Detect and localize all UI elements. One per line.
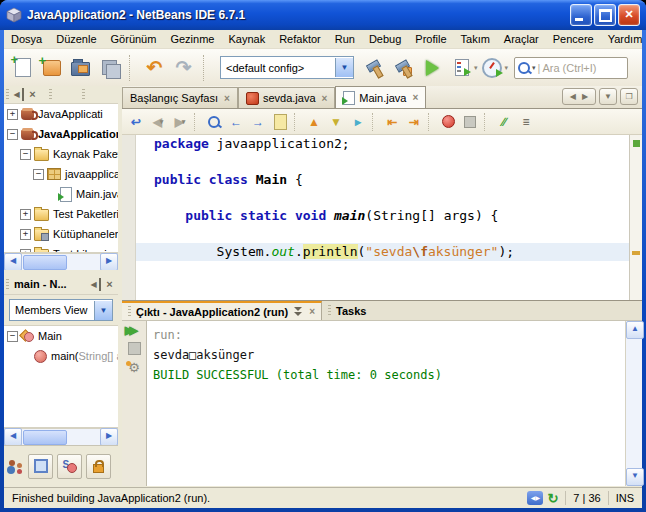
ant-settings-gear-icon[interactable]: ⚙ — [128, 360, 140, 375]
menu-item-düzenle[interactable]: Düzenle — [49, 30, 103, 48]
project-item-test-libraries[interactable]: +Test Libraries — [4, 244, 118, 253]
scroll-track[interactable] — [22, 429, 100, 445]
debug-button[interactable] — [447, 53, 476, 83]
project-item-main-java[interactable]: Main.java — [4, 184, 118, 204]
redo-button[interactable]: ↷ — [169, 53, 198, 83]
scroll-left-icon[interactable]: ◀ — [4, 428, 22, 446]
undo-button[interactable]: ↶ — [140, 53, 169, 83]
back-button[interactable]: ◀▾ — [148, 112, 168, 132]
find-previous-button[interactable]: ← — [226, 112, 246, 132]
show-non-public-button[interactable] — [86, 454, 111, 479]
scroll-down-icon[interactable]: ▼ — [626, 468, 644, 486]
save-all-button[interactable] — [95, 53, 124, 83]
next-bookmark-button[interactable]: ▼ — [326, 112, 346, 132]
close-tab-icon[interactable]: × — [412, 92, 418, 103]
project-item-kütüphaneler[interactable]: +Kütüphaneler — [4, 224, 118, 244]
stop-macro-button[interactable] — [460, 112, 480, 132]
maximize-window-button[interactable]: ❒ — [620, 88, 638, 105]
close-tab-icon[interactable]: × — [224, 93, 230, 104]
inherited-members-icon[interactable] — [8, 460, 24, 473]
project-item-javaapplication2[interactable]: −JavaApplication2 — [4, 124, 118, 144]
close-icon[interactable]: × — [309, 306, 315, 317]
menu-item-gezinme[interactable]: Gezinme — [163, 30, 221, 48]
minimize-panel-icon[interactable] — [88, 278, 101, 291]
plus-expander-icon[interactable]: + — [7, 109, 18, 120]
tab-list-dropdown[interactable]: ▼ — [599, 88, 617, 105]
members-view-combobox[interactable]: Members View ▼ — [9, 299, 113, 321]
scroll-tabs-left-icon[interactable]: ◀ — [570, 92, 576, 101]
menu-item-run[interactable]: Run — [328, 30, 362, 48]
editor-tab-main-java[interactable]: Main.java× — [335, 86, 426, 108]
scroll-left-icon[interactable]: ◀ — [4, 253, 22, 271]
scroll-right-icon[interactable]: ▶ — [100, 428, 118, 446]
scroll-right-icon[interactable]: ▶ — [100, 253, 118, 271]
new-file-button[interactable] — [8, 53, 37, 83]
toggle-highlight-button[interactable] — [270, 112, 290, 132]
navigator-item-main[interactable]: main(String[] args) — [4, 346, 118, 366]
editor-tab-başlangıç-sayfası[interactable]: Başlangıç Sayfası× — [122, 87, 238, 108]
scanning-refresh-icon[interactable]: ↻ — [547, 491, 558, 506]
stop-build-icon[interactable] — [128, 342, 141, 355]
menu-item-refaktor[interactable]: Refaktor — [272, 30, 328, 48]
show-static-members-button[interactable]: S — [57, 454, 82, 479]
tasks-tab[interactable]: Tasks — [322, 301, 372, 320]
config-combobox[interactable]: <default config> ▼ — [220, 56, 354, 79]
open-project-button[interactable] — [66, 53, 95, 83]
shift-right-button[interactable]: ⇥ — [404, 112, 424, 132]
close-tab-icon[interactable]: × — [322, 93, 328, 104]
clean-build-button[interactable] — [389, 53, 418, 83]
shift-left-button[interactable]: ⇤ — [382, 112, 402, 132]
navigator-tree[interactable]: −Mainmain(String[] args) — [4, 325, 118, 428]
show-fields-button[interactable] — [28, 454, 53, 479]
project-item-test-paketleri[interactable]: +Test Paketleri — [4, 204, 118, 224]
plus-expander-icon[interactable]: + — [20, 229, 31, 240]
error-stripe[interactable] — [629, 135, 642, 300]
menu-item-debug[interactable]: Debug — [362, 30, 408, 48]
uncomment-button[interactable]: ≡ — [516, 112, 536, 132]
scroll-track[interactable] — [22, 254, 100, 270]
close-button[interactable] — [618, 4, 640, 26]
menu-item-görünüm[interactable]: Görünüm — [104, 30, 164, 48]
scroll-tabs-buttons[interactable]: ◀▶ — [562, 88, 596, 105]
menu-item-yardım[interactable]: Yardım — [601, 30, 646, 48]
toggle-bookmark-button[interactable]: ▸ — [348, 112, 368, 132]
plus-expander-icon[interactable]: + — [20, 209, 31, 220]
menu-item-profile[interactable]: Profile — [408, 30, 453, 48]
minus-expander-icon[interactable]: − — [20, 149, 31, 160]
scroll-thumb[interactable] — [23, 430, 67, 445]
code-area[interactable]: package javaapplication2;public class Ma… — [154, 135, 514, 301]
minus-expander-icon[interactable]: − — [7, 129, 18, 140]
maximize-button[interactable] — [594, 4, 616, 26]
rerun-icon[interactable]: ▶▶ — [125, 324, 143, 337]
menu-item-kaynak[interactable]: Kaynak — [221, 30, 272, 48]
new-project-button[interactable] — [37, 53, 66, 83]
chevron-down-icon[interactable]: ▼ — [335, 58, 353, 77]
minimize-panel-icon[interactable] — [11, 88, 24, 101]
scroll-up-icon[interactable]: ▲ — [626, 321, 644, 339]
project-item-javaapplication2[interactable]: −javaapplication2 — [4, 164, 118, 184]
search-input[interactable] — [542, 62, 604, 74]
close-panel-icon[interactable] — [103, 278, 116, 291]
output-text-area[interactable]: run:sevda□aksüngerBUILD SUCCESSFUL (tota… — [147, 321, 625, 486]
previous-bookmark-button[interactable]: ▲ — [304, 112, 324, 132]
chevron-down-icon[interactable]: ▼ — [94, 301, 112, 320]
editor-tab-sevda-java[interactable]: sevda.java× — [238, 87, 335, 108]
minus-expander-icon[interactable]: − — [33, 169, 44, 180]
output-vscrollbar[interactable]: ▲ ▼ — [625, 321, 642, 486]
memory-toggle-icon[interactable]: ◀▶ — [527, 491, 543, 505]
project-item-javaapplicati[interactable]: +JavaApplicati — [4, 104, 118, 124]
plus-expander-icon[interactable]: + — [20, 249, 31, 254]
comment-button[interactable]: ∕∕ — [494, 112, 514, 132]
search-dropdown-arrow[interactable]: ▾ — [532, 64, 536, 72]
navigator-panel-header[interactable]: main - N... — [4, 274, 118, 295]
output-tab[interactable]: Çıktı - JavaApplication2 (run) × — [122, 301, 322, 320]
profile-button[interactable] — [478, 53, 507, 83]
projects-hscrollbar[interactable]: ◀ ▶ — [4, 253, 118, 270]
run-button[interactable] — [418, 53, 447, 83]
titlebar[interactable]: JavaApplication2 - NetBeans IDE 6.7.1 — [0, 0, 646, 30]
projects-tree[interactable]: +JavaApplicati−JavaApplication2−Kaynak P… — [4, 104, 118, 253]
last-edit-button[interactable]: ↩ — [126, 112, 146, 132]
navigator-hscrollbar[interactable]: ◀ ▶ — [4, 428, 118, 445]
find-selection-button[interactable] — [204, 112, 224, 132]
forward-button[interactable]: ▶▾ — [170, 112, 190, 132]
